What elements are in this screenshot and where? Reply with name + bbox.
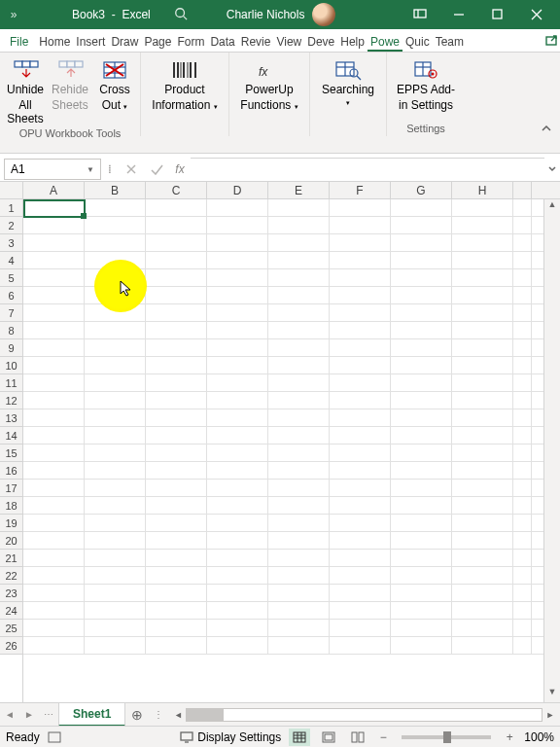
search-icon[interactable] [174, 7, 188, 23]
table-row[interactable] [23, 374, 543, 392]
sheet-tab[interactable]: Sheet1 [58, 702, 125, 727]
share-icon[interactable] [539, 31, 558, 52]
tab-help[interactable]: Help [337, 31, 368, 52]
table-row[interactable] [23, 339, 543, 357]
formula-input[interactable] [191, 158, 544, 181]
col-header[interactable]: A [23, 182, 85, 198]
tab-quick[interactable]: Quic [402, 31, 433, 52]
tab-insert[interactable]: Insert [73, 31, 108, 52]
user-name[interactable]: Charlie Nichols [227, 8, 305, 21]
col-header[interactable]: B [85, 182, 146, 198]
table-row[interactable] [23, 252, 543, 269]
minimize-icon[interactable] [439, 0, 478, 29]
table-row[interactable] [23, 392, 543, 409]
tab-data[interactable]: Data [207, 31, 237, 52]
table-row[interactable] [23, 269, 543, 287]
cross-out-button[interactable]: CrossOut ▾ [93, 54, 136, 113]
vertical-scrollbar[interactable]: ▲ ▼ [543, 199, 560, 702]
tab-nav-prev-icon[interactable]: ◄ [0, 709, 19, 720]
col-header[interactable]: C [146, 182, 207, 198]
maximize-icon[interactable] [478, 0, 517, 29]
table-row[interactable] [23, 480, 543, 497]
tab-powerup[interactable]: Powe [368, 31, 402, 52]
row-header[interactable]: 21 [0, 550, 22, 567]
row-header[interactable]: 1 [0, 199, 22, 217]
scroll-left-icon[interactable]: ◄ [170, 710, 186, 720]
row-header[interactable]: 13 [0, 409, 22, 427]
epps-addin-settings-button[interactable]: EPPS Add-in Settings [391, 54, 461, 113]
table-row[interactable] [23, 620, 543, 637]
tab-file[interactable]: File [2, 31, 36, 52]
new-sheet-icon[interactable]: ⊕ [125, 707, 149, 723]
tab-nav-next-icon[interactable]: ► [19, 709, 39, 720]
col-header[interactable]: D [207, 182, 268, 198]
scroll-right-icon[interactable]: ► [542, 710, 558, 720]
zoom-slider[interactable] [402, 735, 491, 739]
tab-nav-more-icon[interactable]: ⋯ [39, 709, 58, 720]
searching-button[interactable]: Searching▾ [314, 54, 382, 107]
tab-team[interactable]: Team [433, 31, 467, 52]
row-header[interactable]: 19 [0, 515, 22, 532]
cancel-icon[interactable] [119, 158, 144, 181]
expand-formula-bar-icon[interactable] [544, 158, 560, 181]
display-settings-button[interactable]: Display Settings [180, 730, 281, 744]
zoom-out-icon[interactable]: − [376, 730, 390, 744]
worksheet[interactable]: 1234567891011121314151617181920212223242… [0, 199, 560, 702]
table-row[interactable] [23, 585, 543, 602]
table-row[interactable] [23, 234, 543, 252]
tab-developer[interactable]: Deve [304, 31, 337, 52]
avatar[interactable] [312, 3, 335, 26]
row-header[interactable]: 3 [0, 234, 22, 252]
row-header[interactable]: 9 [0, 339, 22, 357]
tab-formulas[interactable]: Form [174, 31, 207, 52]
zoom-level[interactable]: 100% [524, 730, 554, 744]
table-row[interactable] [23, 287, 543, 304]
chevron-down-icon[interactable]: ▼ [87, 165, 94, 174]
tab-page[interactable]: Page [141, 31, 174, 52]
col-header[interactable]: G [391, 182, 452, 198]
close-icon[interactable] [517, 0, 556, 29]
tab-view[interactable]: View [273, 31, 304, 52]
unhide-all-sheets-button[interactable]: UnhideAll Sheets [4, 54, 47, 125]
row-header[interactable]: 10 [0, 357, 22, 374]
ribbon-display-options-icon[interactable] [401, 0, 439, 29]
table-row[interactable] [23, 550, 543, 567]
table-row[interactable] [23, 532, 543, 550]
table-row[interactable] [23, 357, 543, 374]
row-header[interactable]: 14 [0, 427, 22, 445]
row-header[interactable]: 7 [0, 304, 22, 322]
page-layout-view-icon[interactable] [318, 729, 339, 746]
cells[interactable] [23, 199, 543, 702]
row-header[interactable]: 16 [0, 462, 22, 480]
tab-home[interactable]: Home [36, 31, 73, 52]
row-header[interactable]: 5 [0, 269, 22, 287]
row-header[interactable]: 17 [0, 480, 22, 497]
table-row[interactable] [23, 567, 543, 585]
row-header[interactable]: 25 [0, 620, 22, 637]
select-all-corner[interactable] [0, 182, 23, 198]
table-row[interactable] [23, 409, 543, 427]
row-header[interactable]: 12 [0, 392, 22, 409]
row-header[interactable]: 18 [0, 497, 22, 515]
table-row[interactable] [23, 515, 543, 532]
col-header[interactable]: H [452, 182, 513, 198]
col-header[interactable]: F [330, 182, 391, 198]
table-row[interactable] [23, 322, 543, 339]
table-row[interactable] [23, 304, 543, 322]
collapse-ribbon-icon[interactable] [533, 121, 560, 136]
col-header[interactable] [513, 182, 532, 198]
table-row[interactable] [23, 497, 543, 515]
tab-draw[interactable]: Draw [108, 31, 141, 52]
table-row[interactable] [23, 199, 543, 217]
tab-review[interactable]: Revie [238, 31, 274, 52]
scroll-down-icon[interactable]: ▼ [544, 687, 560, 702]
table-row[interactable] [23, 462, 543, 480]
row-header[interactable]: 22 [0, 567, 22, 585]
scroll-up-icon[interactable]: ▲ [544, 199, 560, 215]
zoom-in-icon[interactable]: + [503, 730, 516, 744]
enter-icon[interactable] [144, 158, 169, 181]
powerup-functions-button[interactable]: fx PowerUpFunctions ▾ [233, 54, 305, 113]
fx-icon[interactable]: fx [169, 158, 191, 181]
row-header[interactable]: 23 [0, 585, 22, 602]
table-row[interactable] [23, 427, 543, 445]
